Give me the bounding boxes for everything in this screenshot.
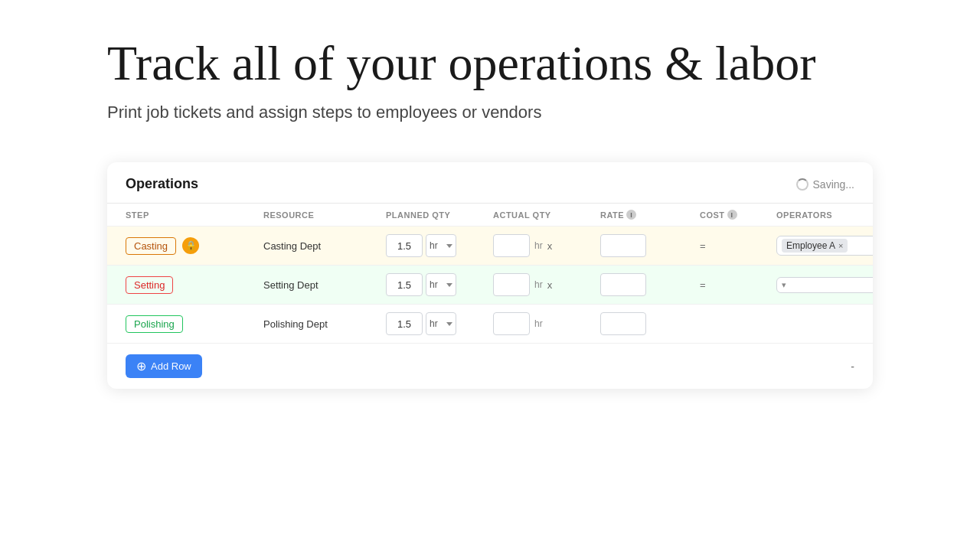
cost-cell-setting: = (700, 278, 776, 292)
operator-tag-container-casting[interactable]: Employee A × ▾ (776, 236, 873, 256)
planned-qty-cell-setting: hr min (386, 273, 493, 296)
saving-spinner (796, 178, 808, 191)
footer-dash: - (851, 360, 854, 373)
operator-tag-casting: Employee A × (782, 239, 848, 253)
setting-planned-qty-input[interactable] (386, 273, 423, 296)
planned-qty-cell-polishing: hr min (386, 312, 493, 335)
actual-qty-cell-casting: hr x (493, 234, 600, 257)
rate-cell-setting (600, 273, 700, 296)
casting-resource-text: Casting Dept (263, 240, 321, 252)
operator-dropdown-arrow-setting[interactable]: ▾ (782, 280, 786, 290)
rate-info-icon: i (626, 210, 636, 220)
setting-planned-unit-select[interactable]: hr min (426, 273, 456, 296)
header-actual-qty: ACTUAL QTY (493, 210, 600, 220)
step-cell-casting: Casting 🔒 (126, 237, 263, 255)
casting-badge: Casting (126, 237, 176, 255)
actual-qty-cell-polishing: hr (493, 312, 600, 335)
saving-indicator: Saving... (796, 178, 854, 191)
casting-actual-qty-input[interactable] (493, 234, 530, 257)
setting-multiply: x (546, 279, 554, 291)
polishing-planned-qty-input[interactable] (386, 312, 423, 335)
operations-card: Operations Saving... STEP RESOURCE PLANN… (107, 162, 873, 389)
polishing-actual-unit: hr (534, 318, 543, 329)
setting-badge: Setting (126, 276, 173, 294)
setting-actual-qty-input[interactable] (493, 273, 530, 296)
footer-row: ⊕ Add Row - (107, 343, 873, 389)
setting-resource-text: Setting Dept (263, 279, 318, 291)
operator-remove-casting[interactable]: × (838, 241, 843, 250)
table-row: Casting 🔒 Casting Dept hr min hr x = (107, 226, 873, 265)
cost-info-icon: i (727, 210, 737, 220)
casting-equals: = (700, 240, 706, 252)
casting-planned-unit-select[interactable]: hr min (426, 234, 456, 257)
header-operators: OPERATORS (776, 210, 873, 220)
saving-label: Saving... (813, 178, 854, 191)
hero-title: Track all of your operations & labor (107, 37, 873, 90)
header-resource: RESOURCE (263, 210, 386, 220)
casting-actual-unit: hr (534, 240, 543, 251)
polishing-planned-unit-select[interactable]: hr min (426, 312, 456, 335)
polishing-badge: Polishing (126, 315, 183, 333)
card-title: Operations (126, 176, 198, 192)
operators-cell-setting: ▾ (776, 277, 873, 293)
cost-cell-casting: = (700, 239, 776, 253)
header-step: STEP (126, 210, 263, 220)
table-row: Polishing Polishing Dept hr min hr Matte… (107, 304, 873, 343)
resource-cell-polishing: Polishing Dept (263, 317, 386, 331)
operator-tag-container-setting[interactable]: ▾ (776, 277, 873, 293)
setting-equals: = (700, 279, 706, 291)
step-cell-polishing: Polishing (126, 315, 263, 333)
header-cost: COST i (700, 210, 776, 220)
polishing-actual-qty-input[interactable] (493, 312, 530, 335)
casting-resource-icon: 🔒 (182, 237, 199, 254)
step-cell-setting: Setting (126, 276, 263, 294)
add-row-icon: ⊕ (136, 359, 146, 373)
add-row-label: Add Row (151, 360, 191, 372)
hero-section: Track all of your operations & labor Pri… (0, 0, 980, 147)
header-rate: RATE i (600, 210, 700, 220)
casting-rate-input[interactable] (600, 234, 646, 257)
setting-actual-unit: hr (534, 279, 543, 290)
card-header: Operations Saving... (107, 162, 873, 204)
resource-cell-casting: Casting Dept (263, 239, 386, 253)
actual-qty-cell-setting: hr x (493, 273, 600, 296)
polishing-resource-text: Polishing Dept (263, 318, 328, 330)
operator-name-casting: Employee A (786, 240, 835, 251)
table-row: Setting Setting Dept hr min hr x = ▾ (107, 265, 873, 304)
casting-planned-qty-input[interactable] (386, 234, 423, 257)
operators-cell-casting: Employee A × ▾ (776, 236, 873, 256)
resource-cell-setting: Setting Dept (263, 278, 386, 292)
polishing-rate-input[interactable] (600, 312, 646, 335)
header-planned-qty: PLANNED QTY (386, 210, 493, 220)
rate-cell-casting (600, 234, 700, 257)
setting-rate-input[interactable] (600, 273, 646, 296)
hero-subtitle: Print job tickets and assign steps to em… (107, 103, 873, 122)
add-row-button[interactable]: ⊕ Add Row (126, 354, 202, 378)
casting-multiply: x (546, 240, 554, 252)
rate-cell-polishing (600, 312, 700, 335)
table-header: STEP RESOURCE PLANNED QTY ACTUAL QTY RAT… (107, 204, 873, 226)
planned-qty-cell-casting: hr min (386, 234, 493, 257)
